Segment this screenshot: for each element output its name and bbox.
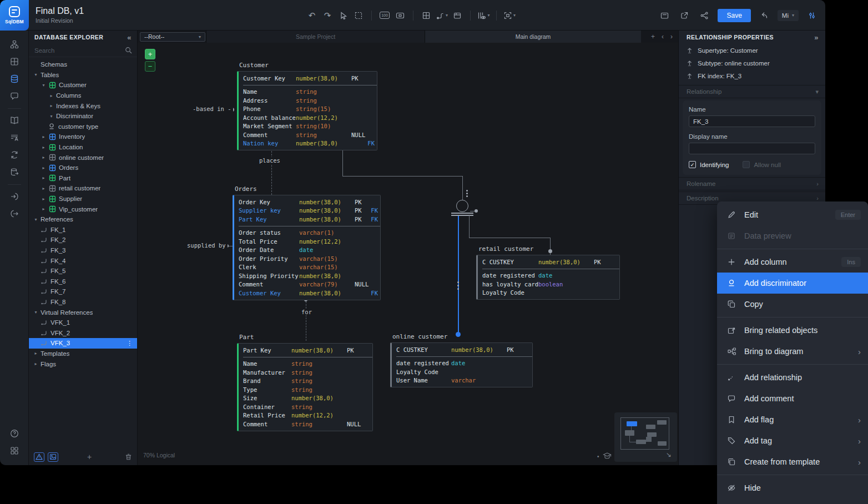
tree-item-online-customer[interactable]: ▸online customer	[29, 152, 137, 163]
table-column-row[interactable]: Namestring	[239, 88, 377, 97]
table-title[interactable]: Customer	[239, 62, 269, 69]
add-diagram-button[interactable]: +	[651, 33, 655, 41]
table-box[interactable]: Part Keynumber(38,0)PKNamestringManufact…	[237, 343, 373, 431]
name-input[interactable]	[689, 115, 815, 127]
naming-standards-button[interactable]	[4, 129, 24, 146]
tree-item-fk-4[interactable]: FK_4	[29, 255, 137, 266]
table-column-row[interactable]: Addressstring	[239, 96, 377, 105]
table-column-row[interactable]: Customer Keynumber(38,0)FK	[234, 289, 380, 298]
add-item-button[interactable]: +	[87, 452, 92, 461]
tree-item-fk-1[interactable]: FK_1	[29, 225, 137, 235]
tree-item-flags[interactable]: ▸Flags	[29, 359, 137, 369]
menu-item-copy[interactable]: Copy	[717, 294, 868, 315]
section-relationship[interactable]: Relationship ▾	[679, 85, 825, 98]
images-toggle-button[interactable]	[48, 452, 58, 462]
tab-sample-project[interactable]: Sample Project	[206, 31, 425, 43]
tree-item-columns[interactable]: ▸Columns	[29, 90, 137, 101]
menu-item-add-discriminator[interactable]: Add discriminator	[717, 273, 868, 294]
tree-item-references[interactable]: ▾References	[29, 214, 137, 225]
minimap-toggle-dot[interactable]: •	[597, 453, 599, 460]
table-box[interactable]: Customer Keynumber(38,0)PKNamestringAddr…	[237, 71, 377, 150]
database-explorer-button[interactable]	[4, 70, 24, 87]
link-fk-index[interactable]: FK index: FK_3	[679, 69, 825, 82]
add-table-button[interactable]	[420, 9, 433, 22]
export-button[interactable]	[4, 205, 24, 222]
zoom-out-button[interactable]: −	[145, 61, 155, 72]
table-column-row[interactable]: CommentstringNULL	[239, 130, 377, 139]
revisions-button[interactable]	[4, 147, 24, 163]
table-column-row[interactable]: User Namevarchar	[392, 376, 532, 385]
model-hierarchy-button[interactable]	[4, 36, 24, 53]
table-column-row[interactable]: Supplier keynumber(38,0)PKFK	[234, 206, 380, 215]
table-title[interactable]: Part	[239, 334, 254, 341]
diagram-canvas[interactable]: + − -based in - places s	[138, 43, 678, 465]
table-column-row[interactable]: has loyalty cardboolean	[478, 280, 619, 289]
table-column-row[interactable]: Loyalty Code	[478, 289, 619, 298]
redo-button[interactable]: ↷	[321, 9, 334, 22]
table-column-row[interactable]: Containerstring	[239, 402, 372, 411]
table-column-row[interactable]: Order Priorityvarchar(15)	[234, 254, 380, 263]
table-column-row[interactable]: Order statusvarchar(1)	[234, 229, 380, 238]
collapse-panel-icon[interactable]: «	[127, 33, 132, 42]
tree-item-inventory[interactable]: ▸Inventory	[29, 132, 137, 142]
add-note-button[interactable]	[451, 9, 464, 22]
menu-item-add-comment[interactable]: Add comment	[717, 388, 868, 409]
diagram-table-retail-customer[interactable]: retail customerC_CUSTKEYnumber(38,0)PKda…	[476, 255, 620, 300]
resize-handle-icon[interactable]: ↘	[666, 451, 672, 458]
sqldbm-logo[interactable]: SqlDBM	[0, 0, 29, 31]
table-column-row[interactable]: Account balancenumber(12,2)	[239, 113, 377, 122]
comments-button[interactable]	[4, 88, 24, 104]
menu-item-bring-related-objects[interactable]: Bring related objects	[717, 320, 868, 341]
menu-item-create-from-template[interactable]: Create from template›	[717, 451, 868, 472]
table-box[interactable]: Order Keynumber(38,0)PKSupplier keynumbe…	[233, 195, 381, 300]
table-column-row[interactable]: Commentvarchar(79)NULL	[234, 280, 380, 289]
section-rolename[interactable]: Rolename ›	[679, 177, 825, 190]
edge-retail-line[interactable]	[469, 215, 470, 238]
open-external-button[interactable]	[678, 9, 691, 22]
more-options-icon[interactable]: ⋮	[127, 340, 133, 347]
table-column-row[interactable]: Part Keynumber(38,0)PK	[239, 346, 372, 355]
diagram-table-online-customer[interactable]: online customerC_CUSTKEYnumber(38,0)PKda…	[390, 342, 533, 387]
edge-for-line[interactable]	[306, 301, 306, 341]
table-column-row[interactable]: Clerkvarchar(15)	[234, 263, 380, 272]
table-column-row[interactable]: CommentstringNULL	[239, 420, 372, 429]
tree-item-vip-customer[interactable]: ▸Vip_customer	[29, 204, 137, 214]
select-tool-button[interactable]	[336, 9, 350, 22]
delete-item-button[interactable]	[125, 453, 132, 461]
user-menu[interactable]: Mi▾	[778, 10, 799, 21]
table-column-row[interactable]: Customer Keynumber(38,0)PK	[239, 74, 377, 83]
tables-view-button[interactable]	[4, 53, 24, 70]
minimap-viewport[interactable]	[620, 417, 669, 450]
tree-item-customer-type[interactable]: customer type	[29, 122, 137, 132]
table-box[interactable]: C_CUSTKEYnumber(38,0)PKdate registeredda…	[390, 342, 533, 387]
collapse-panel-icon[interactable]: »	[814, 33, 819, 42]
link-supertype[interactable]: Supertype: Customer	[679, 44, 825, 57]
warnings-toggle-button[interactable]	[34, 452, 44, 462]
share-button[interactable]	[698, 9, 711, 22]
tab-main-diagram[interactable]: Main diagram	[425, 31, 641, 43]
apps-button[interactable]	[4, 442, 24, 459]
menu-item-add-relationship[interactable]: Add relationship	[717, 367, 868, 388]
table-column-row[interactable]: date registereddate	[392, 359, 532, 368]
table-column-row[interactable]: Order Datedate	[234, 246, 380, 255]
table-column-row[interactable]: Market Segmentstring(10)	[239, 122, 377, 131]
fit-screen-button[interactable]: ▾	[503, 9, 516, 22]
forward-engineer-button[interactable]	[4, 164, 24, 180]
table-column-row[interactable]: Shipping Prioritynumber(38,0)	[234, 271, 380, 280]
revert-button[interactable]	[758, 9, 771, 22]
tutorial-icon[interactable]	[603, 452, 612, 460]
table-column-row[interactable]: Namestring	[239, 360, 372, 369]
diagram-table-orders[interactable]: OrdersOrder Keynumber(38,0)PKSupplier ke…	[233, 195, 381, 300]
focus-object-button[interactable]	[393, 9, 407, 22]
table-title[interactable]: retail customer	[478, 245, 533, 253]
tree-item-retail-customer[interactable]: ▸retail customer	[29, 183, 137, 194]
edge-discriminator-line[interactable]	[342, 176, 462, 177]
menu-item-add-tag[interactable]: Add tag›	[717, 430, 868, 451]
table-box[interactable]: C_CUSTKEYnumber(38,0)PKdate registeredda…	[476, 255, 620, 300]
tree-item-customer[interactable]: ▾Customer	[29, 80, 137, 90]
edge-retail-line[interactable]	[469, 238, 550, 238]
menu-item-add-column[interactable]: Add columnIns	[717, 251, 868, 273]
table-title[interactable]: Orders	[235, 185, 257, 193]
scroll-tabs-left-button[interactable]: ‹	[662, 33, 664, 41]
tree-item-supplier[interactable]: ▸Supplier	[29, 194, 137, 204]
